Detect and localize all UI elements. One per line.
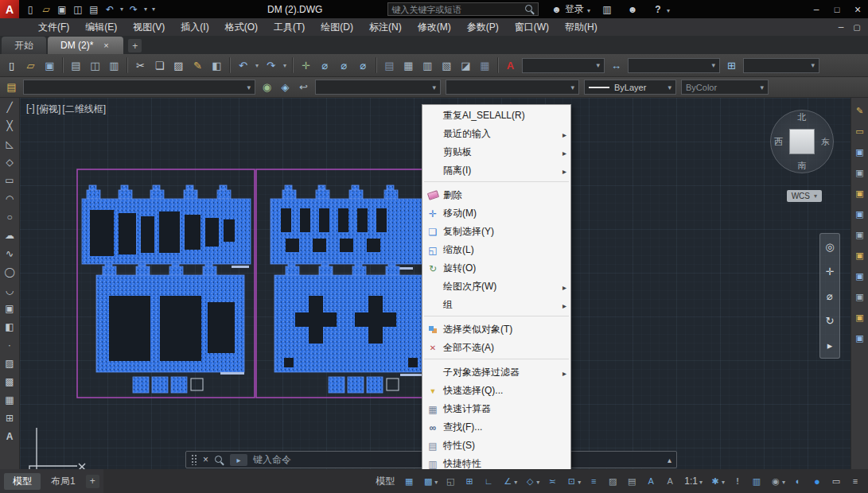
orbit-icon[interactable]	[823, 313, 837, 328]
menu-erase[interactable]: 删除	[422, 186, 570, 204]
menu-isolate[interactable]: 隔离(I)	[422, 161, 570, 180]
layer-properties-icon[interactable]	[2, 78, 21, 97]
graphics-performance-button[interactable]	[808, 472, 826, 490]
save-icon[interactable]	[41, 56, 59, 75]
plot-preview-icon[interactable]	[86, 56, 104, 75]
viewport-menu-button[interactable]: [-]	[26, 103, 35, 116]
compass-north-label[interactable]: 北	[798, 111, 807, 123]
separator[interactable]	[292, 57, 294, 73]
ellipse-arc-icon[interactable]	[2, 283, 18, 297]
revcloud-icon[interactable]	[2, 228, 18, 243]
annotation-monitor-button[interactable]	[729, 472, 746, 490]
ucs-icon[interactable]	[29, 428, 85, 469]
workspace-switching-button[interactable]	[706, 472, 727, 490]
undo-icon[interactable]	[234, 56, 252, 75]
menubar-item[interactable]: 绘图(D)	[313, 18, 361, 36]
object-snap-button[interactable]	[562, 472, 583, 490]
copy-icon[interactable]	[150, 56, 169, 75]
pan-hand-icon[interactable]	[823, 264, 837, 278]
showmotion-icon[interactable]	[823, 338, 837, 352]
mtext-icon[interactable]	[2, 429, 18, 444]
lineweight-button[interactable]	[585, 472, 602, 490]
isolate-objects-button[interactable]	[789, 472, 807, 490]
qat-undo-icon[interactable]	[102, 2, 118, 17]
qat-redo-icon[interactable]	[126, 2, 142, 17]
menubar-item[interactable]: 修改(M)	[410, 18, 459, 36]
new-file-icon[interactable]	[2, 56, 21, 75]
close-tab-icon[interactable]	[101, 41, 111, 50]
redo-icon[interactable]	[262, 56, 280, 75]
menu-subobject-filter[interactable]: 子对象选择过滤器	[422, 363, 570, 382]
snap-mode-button[interactable]	[419, 472, 440, 490]
separator[interactable]	[127, 57, 128, 73]
qat-menu-caret-icon[interactable]	[150, 2, 158, 17]
layer-previous-icon[interactable]	[294, 78, 313, 97]
help-icon[interactable]	[649, 2, 667, 17]
mdi-restore-icon[interactable]	[849, 20, 865, 34]
color-combo[interactable]	[315, 80, 441, 95]
qat-new-icon[interactable]	[22, 2, 38, 17]
menu-move[interactable]: 移动(M)	[422, 204, 570, 223]
blocks-palette-icon[interactable]	[853, 166, 867, 180]
compass-east-label[interactable]: 东	[821, 136, 830, 148]
xref-palette-icon[interactable]	[853, 228, 867, 242]
separator[interactable]	[376, 57, 377, 73]
design-center-icon[interactable]	[399, 56, 418, 75]
quick-properties-button[interactable]	[748, 472, 765, 490]
command-input[interactable]: 键入命令	[253, 453, 291, 467]
infer-constraints-button[interactable]	[442, 472, 459, 490]
redo-caret-icon[interactable]	[281, 56, 289, 75]
polygon-icon[interactable]	[2, 155, 18, 169]
make-block-icon[interactable]	[2, 320, 18, 334]
menu-rotate[interactable]: 旋转(O)	[422, 259, 570, 278]
table-style-icon[interactable]	[722, 56, 741, 75]
minimize-button[interactable]	[806, 1, 827, 18]
calc-palette-icon[interactable]	[853, 311, 867, 324]
command-search-icon[interactable]	[214, 455, 224, 465]
cart-icon[interactable]	[598, 2, 616, 17]
lineweight-combo[interactable]: ByLayer	[584, 80, 676, 95]
search-input[interactable]	[391, 5, 524, 14]
steering-wheel-icon[interactable]	[823, 239, 837, 254]
dynamic-input-button[interactable]	[461, 472, 478, 490]
ellipse-icon[interactable]	[2, 265, 18, 279]
polyline-icon[interactable]	[2, 137, 18, 151]
layer-combo[interactable]	[23, 80, 255, 95]
xline-icon[interactable]	[2, 118, 18, 133]
layers-palette-icon[interactable]	[853, 146, 867, 159]
menu-separator[interactable]	[424, 181, 569, 184]
annotation-visibility-button[interactable]	[642, 472, 660, 490]
match-properties-icon[interactable]	[189, 56, 207, 75]
tab-start[interactable]: 开始	[2, 37, 46, 54]
dim-style-combo[interactable]	[628, 58, 720, 73]
menu-find[interactable]: 查找(F)...	[422, 418, 570, 437]
separator[interactable]	[62, 57, 64, 73]
publish-icon[interactable]	[105, 56, 123, 75]
open-folder-icon[interactable]	[21, 56, 40, 75]
rectangle-icon[interactable]	[2, 173, 18, 188]
quick-calc-icon[interactable]	[476, 56, 494, 75]
menu-separator[interactable]	[424, 316, 569, 319]
match-layer-icon[interactable]	[276, 78, 294, 97]
markup-icon[interactable]	[457, 56, 475, 75]
plot-icon[interactable]	[67, 56, 85, 75]
menu-recent-input[interactable]: 最近的输入	[422, 125, 570, 143]
close-button[interactable]	[847, 1, 868, 18]
selection-cycling-button[interactable]	[623, 472, 640, 490]
menubar-item[interactable]: 文件(F)	[30, 18, 77, 36]
grid-display-button[interactable]	[400, 472, 418, 490]
autoscale-button[interactable]	[661, 472, 679, 490]
ruler-icon[interactable]	[853, 125, 867, 138]
menu-clipboard[interactable]: 剪贴板	[422, 143, 570, 161]
lock-ui-button[interactable]	[767, 472, 788, 490]
menubar-item[interactable]: 标注(N)	[361, 18, 410, 36]
point-icon[interactable]	[2, 338, 18, 352]
markup-palette-icon[interactable]	[853, 249, 867, 262]
layout1-tab[interactable]: 布局1	[42, 473, 84, 490]
menubar-item[interactable]: 参数(P)	[459, 18, 507, 36]
menu-draw-order[interactable]: 绘图次序(W)	[422, 278, 570, 296]
account-icon[interactable]	[624, 2, 641, 17]
menubar-item[interactable]: 工具(T)	[266, 18, 313, 36]
qat-open-icon[interactable]	[38, 2, 54, 17]
command-close-icon[interactable]	[203, 454, 208, 465]
